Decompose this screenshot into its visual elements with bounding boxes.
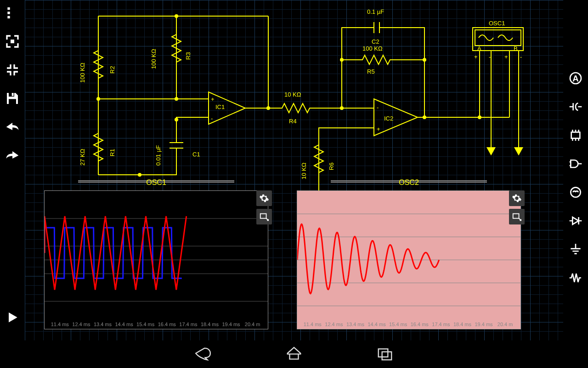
chip-icon[interactable] [566, 126, 585, 144]
svg-rect-33 [260, 214, 266, 218]
svg-text:+: + [211, 96, 215, 103]
oscilloscope-panel-2[interactable]: OSC2 11.4 ms12.4 ms13.4 ms14.4 ms15.4 ms… [294, 179, 524, 331]
save-icon[interactable] [3, 89, 22, 108]
collapse-icon[interactable] [3, 61, 22, 79]
osc1-label: OSC1 [489, 20, 505, 27]
svg-point-12 [175, 14, 178, 18]
r4-value: 10 KΩ [284, 91, 301, 98]
osc1-plus2: + [504, 53, 508, 60]
svg-rect-0 [7, 7, 10, 10]
svg-point-13 [175, 97, 178, 101]
c2-label: C2 [372, 38, 379, 45]
r2-label: R2 [109, 66, 116, 74]
c1-label: C1 [192, 151, 200, 158]
svg-text:A: A [572, 74, 578, 83]
left-toolbar [0, 0, 25, 340]
scope2-expand-icon[interactable] [509, 209, 525, 224]
right-toolbar: A [563, 0, 588, 340]
svg-rect-5 [12, 93, 14, 96]
nav-home-icon[interactable] [285, 345, 303, 364]
svg-rect-9 [571, 132, 580, 138]
scope2-settings-icon[interactable] [509, 190, 525, 206]
nav-back-icon[interactable] [194, 345, 212, 364]
osc1-plus1: + [474, 53, 478, 60]
capacitor-tool-icon[interactable] [566, 98, 585, 116]
svg-rect-40 [379, 349, 388, 357]
osc1-minus1: - [489, 53, 491, 60]
r3-value: 100 KΩ [150, 49, 157, 69]
c1-value: 0.01 µF [155, 145, 162, 166]
gate-icon[interactable] [566, 155, 585, 173]
svg-text:+: + [377, 126, 380, 132]
r6-value: 10 KΩ [300, 162, 307, 179]
svg-text:-: - [211, 115, 213, 122]
android-navbar [0, 340, 588, 368]
ground-icon[interactable] [566, 240, 585, 259]
scope1-settings-icon[interactable] [256, 190, 272, 206]
ic1-label: IC1 [215, 104, 225, 110]
ic2-label: IC2 [384, 115, 393, 122]
osc1-chb: B [514, 45, 518, 52]
redo-icon[interactable] [3, 146, 22, 165]
r5-label: R5 [367, 68, 375, 75]
play-icon[interactable] [3, 308, 22, 327]
r6-label: R6 [328, 162, 335, 170]
r1-value: 27 KΩ [79, 149, 86, 166]
svg-rect-2 [7, 16, 10, 18]
fullscreen-icon[interactable] [3, 32, 22, 51]
scope1-title: OSC1 [142, 178, 170, 187]
svg-rect-3 [11, 40, 14, 43]
scope1-expand-icon[interactable] [256, 209, 272, 224]
svg-rect-39 [513, 214, 519, 218]
r5-value: 100 KΩ [362, 45, 383, 52]
inductor-icon[interactable] [566, 183, 585, 201]
r4-label: R4 [289, 118, 297, 125]
osc1-minus2: - [520, 53, 522, 60]
svg-rect-6 [9, 99, 16, 104]
svg-point-15 [138, 173, 141, 177]
r3-label: R3 [185, 52, 192, 60]
menu-icon[interactable] [3, 4, 22, 22]
svg-point-11 [96, 97, 100, 101]
undo-icon[interactable] [3, 118, 22, 136]
c2-value: 0.1 µF [367, 8, 384, 15]
ammeter-icon[interactable]: A [566, 69, 585, 87]
scope2-xaxis: 11.4 ms12.4 ms13.4 ms14.4 ms15.4 ms16.4 … [302, 322, 516, 327]
diode-icon[interactable] [566, 212, 585, 230]
oscilloscope-panel-1[interactable]: OSC1 11.4 ms12.4 ms13.4 ms14.4 ms15.4 ms… [41, 179, 271, 331]
scope1-xaxis: 11.4 ms12.4 ms13.4 ms14.4 ms15.4 ms16.4 … [49, 322, 263, 327]
r1-label: R1 [109, 149, 116, 156]
r2-value: 100 KΩ [79, 63, 86, 83]
svg-rect-41 [382, 352, 392, 360]
signal-icon[interactable] [566, 269, 585, 287]
nav-recent-icon[interactable] [376, 345, 394, 364]
svg-rect-1 [7, 12, 10, 14]
svg-text:-: - [377, 104, 379, 111]
scope2-title: OSC2 [395, 178, 423, 187]
